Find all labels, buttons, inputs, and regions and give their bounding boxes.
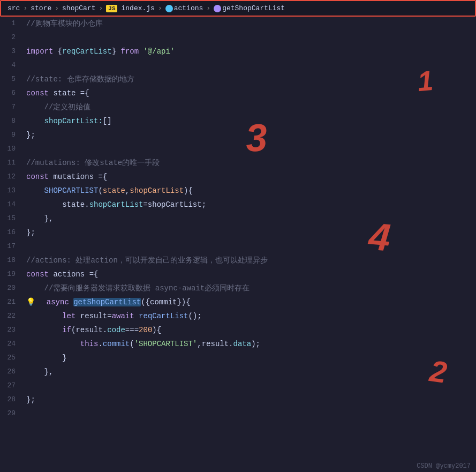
token: === <box>125 326 139 334</box>
table-row: 16}; <box>0 226 476 239</box>
token: { <box>58 47 62 56</box>
table-row: 1//购物车模块的小仓库 <box>0 17 476 31</box>
line-number: 17 <box>0 239 24 253</box>
token: SHOPCARTLIST <box>26 186 98 195</box>
table-row: 25 } <box>0 351 476 365</box>
footer: CSDN @ycmy2017 <box>411 460 476 472</box>
line-number: 3 <box>0 44 24 58</box>
line-number: 14 <box>0 198 24 212</box>
line-number: 26 <box>0 365 24 379</box>
line-number: 27 <box>0 379 24 393</box>
token: ( <box>98 186 102 195</box>
token: ){ <box>184 186 193 195</box>
token: } <box>26 354 67 362</box>
line-content: }; <box>24 128 476 142</box>
token: = <box>143 200 147 209</box>
line-number: 19 <box>0 267 24 281</box>
token: (); <box>188 312 202 320</box>
token: mutations <box>53 173 98 181</box>
line-content: if(result.code===200){ <box>24 323 476 337</box>
token: ={ <box>89 270 99 279</box>
token: const <box>26 89 53 98</box>
line-content: //state: 仓库存储数据的地方 <box>24 72 476 86</box>
line-content: 💡 async getShopCartList({commit}){ <box>24 295 476 309</box>
token: ){ <box>152 326 161 334</box>
line-content: //mutations: 修改state的唯一手段 <box>24 156 476 170</box>
token: state <box>26 200 85 209</box>
table-row: 28}; <box>0 393 476 407</box>
token: ({commit}){ <box>141 298 190 306</box>
line-number: 12 <box>0 170 24 184</box>
line-content: SHOPCARTLIST(state,shopCartList){ <box>24 184 476 198</box>
token: '@/api' <box>143 47 175 56</box>
line-content: }, <box>24 365 476 379</box>
token: result <box>202 340 229 348</box>
token: import <box>26 47 58 56</box>
table-row: 18//actions: 处理action，可以开发自己的业务逻辑，也可以处理异… <box>0 253 476 267</box>
breadcrumb-src: src <box>7 4 20 12</box>
token: . <box>103 326 107 334</box>
code-lines: 1//购物车模块的小仓库23import {reqCartList} from … <box>0 17 476 421</box>
token: ; <box>202 200 206 209</box>
table-row: 26 }, <box>0 365 476 379</box>
token: . <box>85 200 89 209</box>
token: shopCartList: <box>26 117 103 125</box>
token: = <box>107 312 111 320</box>
token: }; <box>26 228 35 237</box>
code-editor: 1//购物车模块的小仓库23import {reqCartList} from … <box>0 17 476 421</box>
token: . <box>98 340 102 348</box>
token: . <box>229 340 233 348</box>
line-number: 4 <box>0 58 24 72</box>
token: reqCartList <box>62 47 111 56</box>
token: this <box>26 340 98 348</box>
token: }, <box>26 368 53 376</box>
token: , <box>197 340 201 348</box>
token: const <box>26 270 53 279</box>
table-row: 8 shopCartList:[] <box>0 114 476 128</box>
action-icon <box>165 5 173 12</box>
breadcrumb-filename: index.js <box>121 4 154 12</box>
token: //actions: 处理action，可以开发自己的业务逻辑，也可以处理异步 <box>26 256 268 265</box>
token: ={ <box>80 89 89 98</box>
line-number: 1 <box>0 17 24 31</box>
token: if <box>26 326 71 334</box>
line-content: const actions ={ <box>24 267 476 281</box>
breadcrumb-store: store <box>31 4 51 12</box>
line-number: 29 <box>0 407 24 421</box>
token: 200 <box>139 326 152 334</box>
token: shopCartList <box>148 200 202 209</box>
table-row: 15 }, <box>0 212 476 226</box>
line-number: 16 <box>0 226 24 239</box>
line-number: 22 <box>0 309 24 323</box>
token: //购物车模块的小仓库 <box>26 19 103 28</box>
token: ); <box>251 340 260 348</box>
line-content: } <box>24 351 476 365</box>
line-number: 11 <box>0 156 24 170</box>
token: //需要向服务器发请求获取数据 async-await必须同时存在 <box>26 284 250 293</box>
token: //定义初始值 <box>26 103 90 111</box>
token: state <box>103 186 125 195</box>
token: ( <box>130 340 134 348</box>
table-row: 2 <box>0 31 476 44</box>
line-content: const state ={ <box>24 86 476 100</box>
table-row: 5//state: 仓库存储数据的地方 <box>0 72 476 86</box>
footer-text: CSDN @ycmy2017 <box>417 462 471 470</box>
token: commit <box>103 340 130 348</box>
js-badge: JS <box>106 5 117 12</box>
token: } <box>112 47 116 56</box>
token: result <box>75 326 102 334</box>
line-number: 2 <box>0 31 24 44</box>
breadcrumb-function: getShopCartList <box>222 4 285 12</box>
line-number: 10 <box>0 142 24 156</box>
token: [] <box>103 117 112 125</box>
line-number: 25 <box>0 351 24 365</box>
line-content: }; <box>24 393 476 407</box>
token: shopCartList <box>89 200 143 209</box>
line-content: }; <box>24 226 476 239</box>
table-row: 7 //定义初始值 <box>0 100 476 114</box>
line-number: 21 <box>0 295 24 309</box>
breadcrumb: src › store › shopCart › JS index.js › a… <box>0 0 476 17</box>
token: const <box>26 173 53 181</box>
token: }, <box>26 214 53 223</box>
line-content: let result=await reqCartList(); <box>24 309 476 323</box>
